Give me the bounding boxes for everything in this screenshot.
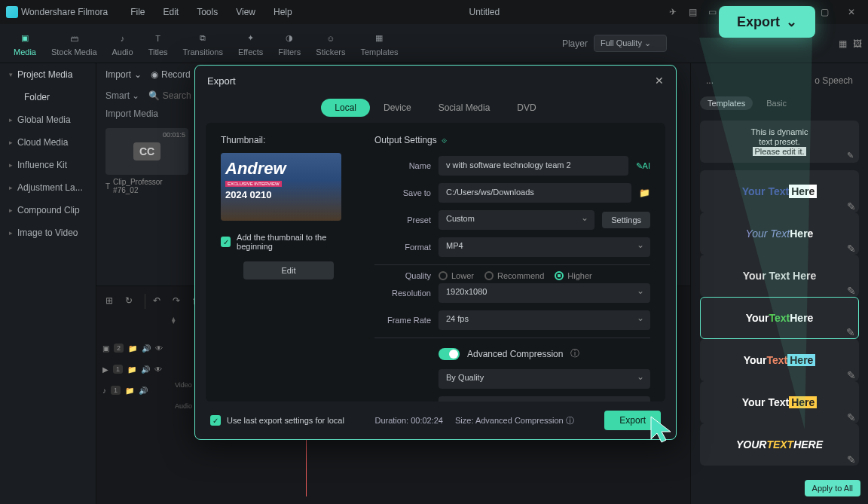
menu-tools[interactable]: Tools <box>189 4 225 20</box>
edit-thumbnail-button[interactable]: Edit <box>243 261 334 279</box>
compression-pct-select[interactable]: 70% <box>439 396 650 402</box>
saveto-input[interactable]: C:/Users/ws/Downloads <box>439 183 631 203</box>
folder-icon[interactable]: 📁 <box>639 188 650 198</box>
close-icon[interactable]: ✕ <box>655 75 664 87</box>
text-preset[interactable]: Your Text Here✎ <box>700 381 859 423</box>
resolution-select[interactable]: 1920x1080 <box>439 283 650 303</box>
edit-icon[interactable]: ✎ <box>847 411 856 420</box>
subtab-templates[interactable]: Templates <box>700 96 753 110</box>
framerate-select[interactable]: 24 fps <box>439 310 650 330</box>
text-preset[interactable]: Your Text Here✎ <box>700 255 859 297</box>
duration-info: Duration: 00:02:24 <box>374 416 443 425</box>
thumbnail-preview[interactable]: Andrew EXCLUSIVE INTERVIEW 2024 0210 <box>221 153 341 221</box>
tab-audio[interactable]: ♪Audio <box>105 28 141 60</box>
apply-to-all-button[interactable]: Apply to All <box>805 480 860 496</box>
smart-dropdown[interactable]: Smart ⌄ <box>105 90 139 101</box>
compression-mode-select[interactable]: By Quality <box>439 369 650 389</box>
add-thumbnail-checkbox[interactable]: ✓ <box>221 237 231 247</box>
stickers-icon: ☺ <box>323 31 338 46</box>
export-tab-dvd[interactable]: DVD <box>503 99 549 117</box>
tab-stock[interactable]: 🗃Stock Media <box>44 28 105 60</box>
sidebar-adjustment[interactable]: ▸Adjustment La... <box>0 176 96 199</box>
edit-icon[interactable]: ✎ <box>847 243 856 252</box>
media-item[interactable]: 00:01:5CC TClip_Professor #76_02 <box>105 128 188 194</box>
menu-file[interactable]: File <box>123 4 152 20</box>
advanced-compression-toggle[interactable] <box>439 348 460 360</box>
redo-icon[interactable]: ↷ <box>173 295 185 307</box>
text-preset[interactable]: YOUR TEXT HERE✎ <box>700 423 859 466</box>
tab-stickers[interactable]: ☺Stickers <box>308 28 353 60</box>
edit-icon[interactable]: ✎ <box>847 200 856 209</box>
export-tab-social[interactable]: Social Media <box>425 99 504 117</box>
maximize-button[interactable]: ▢ <box>814 2 835 23</box>
app-icon <box>6 6 18 18</box>
close-button[interactable]: ✕ <box>841 2 862 23</box>
help-icon[interactable]: ⓘ <box>566 416 574 425</box>
edit-icon[interactable]: ✎ <box>846 326 855 335</box>
import-button[interactable]: Import ⌄ <box>105 69 142 80</box>
templates-icon: ▦ <box>371 31 387 46</box>
news-icon[interactable]: ▤ <box>689 7 699 17</box>
text-preset[interactable]: Your Text Here✎ <box>700 297 859 339</box>
edit-icon[interactable]: ✎ <box>847 454 856 463</box>
tab-media[interactable]: ▣Media <box>6 28 44 60</box>
advanced-compression-label: Advanced Compression <box>467 349 563 359</box>
tab-titles[interactable]: TTitles <box>141 28 176 60</box>
export-tab-local[interactable]: Local <box>321 99 370 117</box>
document-title: Untitled <box>303 7 666 17</box>
audio-icon: ♪ <box>115 31 130 46</box>
export-callout[interactable]: Export ⌄ <box>719 6 815 38</box>
send-icon[interactable]: ✈ <box>669 7 680 17</box>
text-preset[interactable]: Your Text Here✎ <box>700 170 859 212</box>
quality-recommend-radio[interactable]: Recommend <box>484 271 544 280</box>
tab-transitions[interactable]: ⧉Transitions <box>176 28 231 60</box>
subtab-basic[interactable]: Basic <box>759 96 794 110</box>
use-last-settings-checkbox[interactable]: ✓ <box>210 415 221 426</box>
menu-edit[interactable]: Edit <box>156 4 187 20</box>
tl-tool-icon[interactable]: ↻ <box>125 295 137 307</box>
sidebar-image-to-video[interactable]: ▸Image to Video <box>0 221 96 244</box>
sidebar-cloud-media[interactable]: ▸Cloud Media <box>0 131 96 154</box>
tab-filters[interactable]: ◑Filters <box>270 28 308 60</box>
edit-icon[interactable]: ✎ <box>847 369 856 378</box>
tab-effects[interactable]: ✦Effects <box>231 28 270 60</box>
app-name: Wondershare Filmora <box>21 7 108 17</box>
text-preset[interactable]: Your Text Here✎ <box>700 339 859 381</box>
search-input[interactable]: 🔍 Search <box>148 90 191 101</box>
undo-icon[interactable]: ↶ <box>153 295 165 307</box>
preset-settings-button[interactable]: Settings <box>602 212 650 228</box>
export-tab-device[interactable]: Device <box>370 99 425 117</box>
quality-select[interactable]: Full Quality ⌄ <box>594 35 667 52</box>
rp-tab[interactable]: o Speech <box>808 72 859 89</box>
grid-icon[interactable]: ▦ <box>839 38 847 49</box>
sidebar-folder[interactable]: Folder <box>0 86 96 108</box>
sidebar-global-media[interactable]: ▸Global Media <box>0 108 96 131</box>
cursor-pointer-icon <box>648 414 678 447</box>
sidebar-influence-kit[interactable]: ▸Influence Kit <box>0 154 96 176</box>
help-icon[interactable]: ⓘ <box>570 347 579 360</box>
sidebar-compound[interactable]: ▸Compound Clip <box>0 199 96 221</box>
tab-templates[interactable]: ▦Templates <box>353 28 405 60</box>
screen-icon[interactable]: ▭ <box>708 7 719 17</box>
menu-view[interactable]: View <box>228 4 263 20</box>
image-icon[interactable]: 🖼 <box>853 38 862 49</box>
transitions-icon: ⧉ <box>195 31 210 46</box>
menu-help[interactable]: Help <box>266 4 300 20</box>
sidebar-project-media[interactable]: ▾Project Media <box>0 63 96 86</box>
name-input[interactable]: v with software technology team 2 <box>439 156 628 176</box>
record-button[interactable]: ◉ Record <box>151 69 191 80</box>
format-select[interactable]: MP4 <box>439 237 650 257</box>
media-icon: ▣ <box>17 31 32 46</box>
rp-tab[interactable]: ... <box>700 72 720 89</box>
quality-higher-radio[interactable]: Higher <box>555 271 591 280</box>
right-panel: ... o Speech Templates Basic This is dyn… <box>690 63 868 504</box>
edit-icon[interactable]: ✎ <box>847 285 856 294</box>
ai-icon[interactable]: ✎AI <box>636 161 650 171</box>
titles-icon: T <box>151 31 166 46</box>
preset-select[interactable]: Custom <box>439 210 594 230</box>
edit-icon[interactable]: ✎ <box>847 151 856 160</box>
tl-tool-icon[interactable]: ⊞ <box>105 295 118 307</box>
text-preset[interactable]: Your Text Here✎ <box>700 212 859 255</box>
text-preset-dynamic[interactable]: This is dynamic text preset. Please edit… <box>700 121 859 163</box>
quality-lower-radio[interactable]: Lower <box>439 271 474 280</box>
